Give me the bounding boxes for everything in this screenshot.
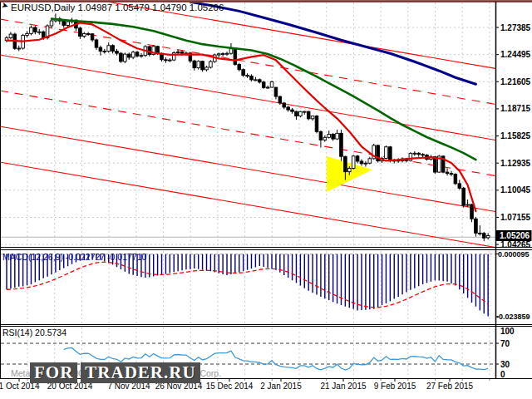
svg-text:0.000095: 0.000095 — [498, 250, 530, 259]
macd-panel — [7, 254, 488, 317]
svg-text:0: 0 — [500, 370, 505, 379]
svg-text:1.18715: 1.18715 — [500, 104, 531, 113]
svg-text:1.15825: 1.15825 — [500, 131, 531, 140]
svg-text:2 Jan 2015: 2 Jan 2015 — [260, 382, 302, 391]
svg-text:21 Jan 2015: 21 Jan 2015 — [320, 382, 366, 391]
svg-text:15 Dec 2014: 15 Dec 2014 — [206, 382, 254, 391]
svg-text:1.27385: 1.27385 — [500, 23, 531, 32]
svg-text:1.10045: 1.10045 — [500, 185, 531, 195]
svg-text:1.04265: 1.04265 — [500, 240, 531, 249]
svg-text:1.07155: 1.07155 — [500, 213, 531, 222]
macd-axis: 0.000095-0.023859 — [495, 250, 530, 321]
price-axis: 1.273851.244951.216051.187151.158251.129… — [495, 23, 532, 249]
svg-text:70: 70 — [500, 339, 510, 348]
chart-symbol-label: EURUSD,Daily — [11, 2, 75, 12]
svg-text:1.12935: 1.12935 — [500, 159, 531, 168]
svg-text:27 Feb 2015: 27 Feb 2015 — [426, 382, 474, 391]
ma-fast-line — [7, 22, 475, 211]
macd-indicator-label: MACD(12,26,9) -0.022727 -0.017710 — [2, 252, 146, 262]
main-chart — [0, 0, 532, 254]
svg-text:1.24495: 1.24495 — [500, 50, 531, 59]
chart-canvas[interactable]: 1.273851.244951.216051.187151.158251.129… — [0, 0, 532, 399]
chart-title: EURUSD,Daily 1.04987 1.05479 1.04790 1.0… — [11, 2, 224, 12]
watermark-part-2: TRADER.RU — [81, 362, 200, 383]
watermark-part-1: FOR — [30, 362, 77, 383]
candles — [5, 13, 490, 241]
svg-text:1.05206: 1.05206 — [500, 231, 530, 240]
rsi-axis: 10070300 — [495, 327, 515, 379]
svg-text:100: 100 — [500, 327, 515, 336]
svg-text:-0.023859: -0.023859 — [496, 313, 530, 321]
watermark: FOR TRADER.RU — [30, 362, 200, 383]
rsi-indicator-label: RSI(14) 20.5734 — [2, 328, 66, 337]
chart-ohlc-quotes: 1.04987 1.05479 1.04790 1.05206 — [78, 2, 224, 12]
svg-text:1.21605: 1.21605 — [500, 77, 531, 86]
svg-text:30: 30 — [500, 360, 510, 369]
ma-200-line — [190, 2, 476, 84]
ma-slow-line — [52, 19, 475, 160]
grid — [1, 2, 495, 377]
chart-window: 1.273851.244951.216051.187151.158251.129… — [0, 0, 532, 399]
svg-text:9 Feb 2015: 9 Feb 2015 — [374, 382, 416, 391]
